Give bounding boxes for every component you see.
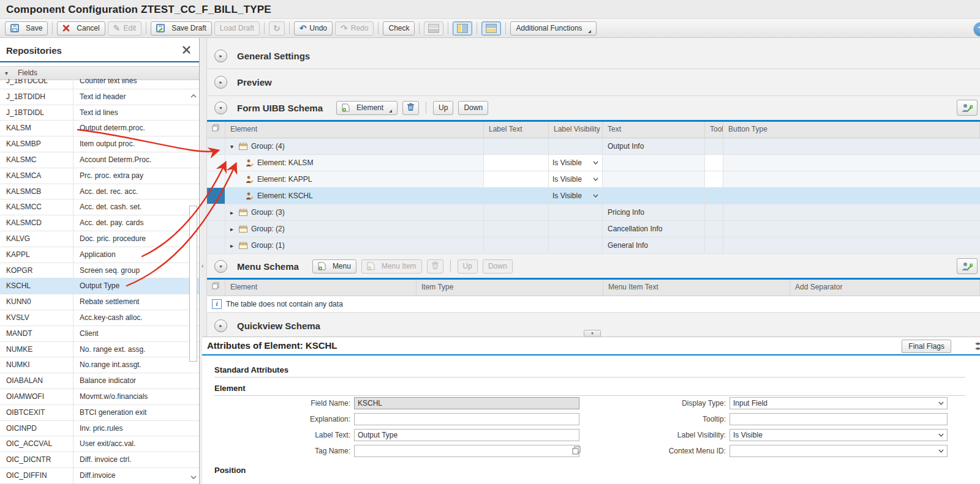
table-row-element-kappl[interactable]: Element: KAPPL Is Visible bbox=[207, 171, 980, 188]
scrollbar-thumb[interactable] bbox=[189, 206, 197, 362]
field-row[interactable]: J_1BTDIDL Text id lines bbox=[0, 105, 199, 121]
cancel-button[interactable]: Cancel bbox=[57, 21, 105, 35]
close-icon[interactable] bbox=[182, 45, 192, 55]
field-row[interactable]: OICINPD Inv. pric.rules bbox=[0, 421, 199, 437]
row-selector-cell[interactable] bbox=[207, 221, 225, 237]
expand-quickview-button[interactable]: ▸ bbox=[214, 319, 227, 332]
select-all-icon[interactable] bbox=[207, 122, 225, 138]
row-selector-cell[interactable] bbox=[207, 237, 225, 253]
field-row[interactable]: KALSMCD Acc. det. pay. cards bbox=[0, 215, 199, 231]
collapse-group-icon[interactable]: ▾ bbox=[230, 139, 239, 154]
field-row[interactable]: KVSLV Acc.key-cash alloc. bbox=[0, 310, 199, 326]
help-button[interactable]: ? bbox=[973, 22, 980, 37]
column-header[interactable]: Element bbox=[225, 122, 484, 138]
expand-group-icon[interactable]: ▸ bbox=[230, 222, 239, 237]
column-header[interactable]: Label Visibility bbox=[549, 122, 603, 138]
expand-preview-button[interactable]: ▸ bbox=[214, 76, 227, 89]
row-selector-cell[interactable] bbox=[207, 171, 225, 187]
field-row[interactable]: KALSM Output determ.proc. bbox=[0, 121, 199, 136]
label-visibility-select[interactable]: Is Visible bbox=[549, 188, 603, 204]
move-down-button[interactable]: Down bbox=[483, 259, 513, 274]
add-menu-item-button[interactable]: Menu Item bbox=[361, 259, 422, 274]
column-header[interactable]: Button Type bbox=[723, 122, 980, 138]
scroll-down-icon[interactable] bbox=[189, 473, 198, 482]
value-help-icon[interactable] bbox=[572, 446, 581, 455]
field-row[interactable]: OIBTCEXIT BTCI generation exit bbox=[0, 405, 199, 421]
attributes-splitter-handle[interactable]: ▾ bbox=[584, 330, 601, 337]
field-row[interactable]: NUMKI No.range int.assgt. bbox=[0, 357, 199, 373]
field-row[interactable]: KAPPL Application bbox=[0, 247, 199, 263]
expand-group-icon[interactable]: ▸ bbox=[230, 238, 239, 253]
field-row[interactable]: OIC_DIFFIN Diff.invoice bbox=[0, 468, 199, 484]
column-header[interactable]: Tool... bbox=[705, 122, 723, 138]
move-up-button[interactable]: Up bbox=[458, 259, 478, 274]
collapse-left-icon[interactable]: ‹ bbox=[202, 262, 204, 269]
field-row[interactable]: OIABALAN Balance indicator bbox=[0, 373, 199, 389]
table-row-group-3[interactable]: ▸Group: (3) Pricing Info bbox=[207, 204, 980, 221]
context-menu-id-select[interactable] bbox=[729, 445, 948, 457]
table-row-element-kschl-selected[interactable]: Element: KSCHL Is Visible bbox=[207, 188, 980, 204]
field-row[interactable]: KALSMCC Acc. det. cash. set. bbox=[0, 199, 199, 215]
final-flags-button[interactable]: Final Flags bbox=[902, 340, 951, 353]
field-row[interactable]: KALSMBP Item output proc. bbox=[0, 136, 199, 152]
add-menu-button[interactable]: Menu bbox=[312, 259, 356, 274]
column-header[interactable]: Text bbox=[603, 122, 705, 138]
edit-button[interactable]: ✎ Edit bbox=[108, 21, 141, 35]
label-text-input[interactable] bbox=[354, 429, 579, 441]
column-header[interactable]: Element bbox=[225, 280, 417, 296]
field-name-input[interactable] bbox=[354, 397, 579, 409]
table-row-group-1[interactable]: ▸Group: (1) General Info bbox=[207, 237, 980, 254]
expand-group-icon[interactable]: ▸ bbox=[230, 205, 239, 220]
tooltip-cell[interactable] bbox=[705, 188, 723, 204]
clipped-panel-icon[interactable]: ◂▸◂▸ bbox=[975, 341, 980, 351]
field-row[interactable]: OIAMWOFI Movmt.w/o.financials bbox=[0, 389, 199, 405]
personalize-button[interactable] bbox=[957, 258, 978, 274]
tooltip-cell[interactable] bbox=[705, 171, 723, 187]
row-selector-cell[interactable] bbox=[207, 138, 225, 154]
move-down-button[interactable]: Down bbox=[458, 101, 488, 115]
field-row[interactable]: MANDT Client bbox=[0, 326, 199, 342]
label-visibility-select[interactable]: Is Visible bbox=[549, 155, 603, 171]
collapse-form-uibb-button[interactable]: ▾ bbox=[214, 102, 227, 114]
display-type-select[interactable]: Input Field bbox=[729, 397, 948, 409]
redo-button[interactable]: ↷ Redo bbox=[335, 21, 374, 35]
move-up-button[interactable]: Up bbox=[433, 101, 453, 115]
layout-stacked-button[interactable] bbox=[424, 21, 443, 35]
column-header[interactable]: Label Text bbox=[484, 122, 549, 138]
field-row[interactable]: NUMKE No. range ext. assg. bbox=[0, 342, 199, 358]
collapse-menu-schema-button[interactable]: ▾ bbox=[214, 260, 227, 273]
save-button[interactable]: Save bbox=[5, 21, 48, 35]
fields-group-header[interactable]: ▾Fields bbox=[0, 66, 199, 80]
label-visibility-select[interactable]: Is Visible bbox=[729, 429, 948, 441]
undo-button[interactable]: ↶ Undo bbox=[294, 21, 333, 35]
row-selector-cell[interactable] bbox=[207, 155, 225, 171]
label-text-cell[interactable] bbox=[484, 155, 549, 171]
field-row[interactable]: KALSMC Account Determ.Proc. bbox=[0, 152, 199, 168]
field-row[interactable]: J_1BTDCOL Counter text lines bbox=[0, 79, 199, 89]
explanation-input[interactable] bbox=[354, 413, 579, 425]
scroll-up-icon[interactable] bbox=[189, 92, 198, 100]
field-row[interactable]: OIC_ACCVAL User exit/acc.val. bbox=[0, 436, 199, 452]
field-row[interactable]: KOPGR Screen seq. group bbox=[0, 263, 199, 279]
select-all-icon[interactable] bbox=[207, 280, 225, 296]
personalize-button[interactable] bbox=[957, 100, 978, 116]
tag-name-input[interactable] bbox=[354, 445, 579, 457]
field-row[interactable]: KALVG Doc. pric. procedure bbox=[0, 231, 199, 247]
tooltip-cell[interactable] bbox=[705, 155, 723, 171]
label-text-cell[interactable] bbox=[484, 188, 549, 204]
field-row[interactable]: KSCHL Output Type bbox=[0, 278, 199, 294]
column-header[interactable]: Item Type bbox=[417, 280, 603, 296]
field-row[interactable]: KALSMCA Prc. proc. extra pay bbox=[0, 168, 199, 184]
layout-columns-button[interactable] bbox=[453, 21, 472, 35]
refresh-button[interactable]: ↻ bbox=[269, 21, 285, 35]
row-selector-cell[interactable] bbox=[207, 188, 225, 204]
label-visibility-select[interactable]: Is Visible bbox=[549, 171, 603, 187]
delete-element-button[interactable] bbox=[402, 101, 419, 115]
layout-split-button[interactable] bbox=[481, 21, 501, 35]
tooltip-input[interactable] bbox=[729, 413, 948, 425]
table-row-group-2[interactable]: ▸Group: (2) Cancellation Info bbox=[207, 221, 980, 237]
save-draft-button[interactable]: Save Draft bbox=[151, 21, 212, 35]
expand-general-settings-button[interactable]: ▸ bbox=[214, 50, 227, 62]
label-text-cell[interactable] bbox=[484, 171, 549, 187]
column-header[interactable]: Add Separator bbox=[790, 280, 980, 296]
